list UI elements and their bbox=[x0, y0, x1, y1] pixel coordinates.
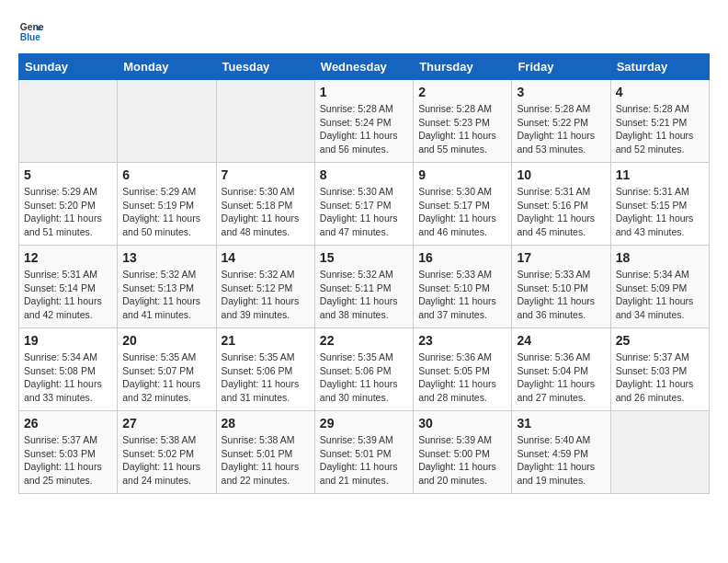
day-info: Sunrise: 5:29 AMSunset: 5:19 PMDaylight:… bbox=[122, 185, 210, 239]
calendar-cell: 25Sunrise: 5:37 AMSunset: 5:03 PMDayligh… bbox=[610, 328, 709, 411]
calendar-cell: 2Sunrise: 5:28 AMSunset: 5:23 PMDaylight… bbox=[414, 80, 512, 163]
day-info: Sunrise: 5:36 AMSunset: 5:04 PMDaylight:… bbox=[517, 350, 605, 405]
svg-text:Blue: Blue bbox=[20, 32, 41, 42]
weekday-header-tuesday: Tuesday bbox=[216, 54, 314, 80]
day-number: 28 bbox=[222, 416, 310, 431]
page-header: General Blue bbox=[18, 18, 710, 44]
day-info: Sunrise: 5:37 AMSunset: 5:03 PMDaylight:… bbox=[24, 433, 112, 488]
day-number: 23 bbox=[418, 333, 506, 348]
day-info: Sunrise: 5:30 AMSunset: 5:17 PMDaylight:… bbox=[418, 185, 506, 239]
day-info: Sunrise: 5:38 AMSunset: 5:01 PMDaylight:… bbox=[222, 433, 310, 488]
day-number: 7 bbox=[222, 167, 310, 182]
calendar-cell: 12Sunrise: 5:31 AMSunset: 5:14 PMDayligh… bbox=[19, 246, 118, 328]
day-number: 11 bbox=[616, 167, 704, 182]
day-info: Sunrise: 5:32 AMSunset: 5:12 PMDaylight:… bbox=[222, 268, 310, 322]
day-info: Sunrise: 5:32 AMSunset: 5:11 PMDaylight:… bbox=[320, 268, 408, 322]
calendar-cell bbox=[216, 80, 314, 163]
day-info: Sunrise: 5:35 AMSunset: 5:06 PMDaylight:… bbox=[222, 350, 310, 405]
day-number: 22 bbox=[320, 333, 408, 348]
weekday-header-friday: Friday bbox=[512, 54, 610, 80]
day-info: Sunrise: 5:37 AMSunset: 5:03 PMDaylight:… bbox=[616, 350, 704, 405]
calendar-cell: 26Sunrise: 5:37 AMSunset: 5:03 PMDayligh… bbox=[19, 411, 118, 494]
calendar-week-1: 1Sunrise: 5:28 AMSunset: 5:24 PMDaylight… bbox=[19, 80, 710, 163]
day-number: 18 bbox=[616, 250, 704, 265]
calendar-cell: 13Sunrise: 5:32 AMSunset: 5:13 PMDayligh… bbox=[118, 246, 216, 328]
day-info: Sunrise: 5:30 AMSunset: 5:17 PMDaylight:… bbox=[320, 185, 408, 239]
day-number: 4 bbox=[616, 85, 704, 99]
calendar-week-5: 26Sunrise: 5:37 AMSunset: 5:03 PMDayligh… bbox=[19, 411, 710, 494]
day-number: 31 bbox=[517, 416, 605, 431]
day-number: 2 bbox=[418, 85, 506, 99]
day-number: 27 bbox=[122, 416, 210, 431]
day-number: 15 bbox=[320, 250, 408, 265]
day-number: 19 bbox=[24, 333, 112, 348]
day-number: 13 bbox=[122, 250, 210, 265]
day-info: Sunrise: 5:39 AMSunset: 5:00 PMDaylight:… bbox=[418, 433, 506, 488]
calendar-cell: 8Sunrise: 5:30 AMSunset: 5:17 PMDaylight… bbox=[314, 163, 413, 246]
calendar-cell: 27Sunrise: 5:38 AMSunset: 5:02 PMDayligh… bbox=[118, 411, 216, 494]
day-info: Sunrise: 5:29 AMSunset: 5:20 PMDaylight:… bbox=[24, 185, 112, 239]
day-info: Sunrise: 5:30 AMSunset: 5:18 PMDaylight:… bbox=[222, 185, 310, 239]
day-number: 17 bbox=[517, 250, 605, 265]
logo: General Blue bbox=[18, 18, 44, 44]
day-number: 30 bbox=[418, 416, 506, 431]
day-number: 21 bbox=[222, 333, 310, 348]
day-info: Sunrise: 5:38 AMSunset: 5:02 PMDaylight:… bbox=[122, 433, 210, 488]
day-number: 14 bbox=[222, 250, 310, 265]
day-info: Sunrise: 5:39 AMSunset: 5:01 PMDaylight:… bbox=[320, 433, 408, 488]
calendar-cell: 30Sunrise: 5:39 AMSunset: 5:00 PMDayligh… bbox=[414, 411, 512, 494]
calendar-cell: 4Sunrise: 5:28 AMSunset: 5:21 PMDaylight… bbox=[610, 80, 709, 163]
day-number: 1 bbox=[320, 85, 408, 99]
day-number: 3 bbox=[517, 85, 605, 99]
day-info: Sunrise: 5:40 AMSunset: 4:59 PMDaylight:… bbox=[517, 433, 605, 488]
calendar-week-3: 12Sunrise: 5:31 AMSunset: 5:14 PMDayligh… bbox=[19, 246, 710, 328]
calendar-cell: 5Sunrise: 5:29 AMSunset: 5:20 PMDaylight… bbox=[19, 163, 118, 246]
calendar-cell: 18Sunrise: 5:34 AMSunset: 5:09 PMDayligh… bbox=[610, 246, 709, 328]
day-number: 26 bbox=[24, 416, 112, 431]
weekday-header-saturday: Saturday bbox=[610, 54, 709, 80]
day-number: 10 bbox=[517, 167, 605, 182]
day-info: Sunrise: 5:31 AMSunset: 5:16 PMDaylight:… bbox=[517, 185, 605, 239]
day-number: 5 bbox=[24, 167, 112, 182]
calendar-cell bbox=[610, 411, 709, 494]
calendar-cell: 17Sunrise: 5:33 AMSunset: 5:10 PMDayligh… bbox=[512, 246, 610, 328]
calendar-cell: 31Sunrise: 5:40 AMSunset: 4:59 PMDayligh… bbox=[512, 411, 610, 494]
day-info: Sunrise: 5:32 AMSunset: 5:13 PMDaylight:… bbox=[122, 268, 210, 322]
calendar-cell: 20Sunrise: 5:35 AMSunset: 5:07 PMDayligh… bbox=[118, 328, 216, 411]
calendar-cell: 7Sunrise: 5:30 AMSunset: 5:18 PMDaylight… bbox=[216, 163, 314, 246]
calendar-cell: 15Sunrise: 5:32 AMSunset: 5:11 PMDayligh… bbox=[314, 246, 413, 328]
calendar-week-2: 5Sunrise: 5:29 AMSunset: 5:20 PMDaylight… bbox=[19, 163, 710, 246]
svg-text:General: General bbox=[20, 22, 44, 32]
day-info: Sunrise: 5:28 AMSunset: 5:24 PMDaylight:… bbox=[320, 102, 408, 156]
calendar-cell: 21Sunrise: 5:35 AMSunset: 5:06 PMDayligh… bbox=[216, 328, 314, 411]
day-number: 24 bbox=[517, 333, 605, 348]
weekday-header-wednesday: Wednesday bbox=[314, 54, 413, 80]
calendar-cell: 24Sunrise: 5:36 AMSunset: 5:04 PMDayligh… bbox=[512, 328, 610, 411]
calendar-cell bbox=[19, 80, 118, 163]
calendar-cell: 9Sunrise: 5:30 AMSunset: 5:17 PMDaylight… bbox=[414, 163, 512, 246]
calendar-cell: 1Sunrise: 5:28 AMSunset: 5:24 PMDaylight… bbox=[314, 80, 413, 163]
calendar-cell: 28Sunrise: 5:38 AMSunset: 5:01 PMDayligh… bbox=[216, 411, 314, 494]
day-number: 16 bbox=[418, 250, 506, 265]
day-number: 25 bbox=[616, 333, 704, 348]
day-info: Sunrise: 5:36 AMSunset: 5:05 PMDaylight:… bbox=[418, 350, 506, 405]
day-info: Sunrise: 5:34 AMSunset: 5:08 PMDaylight:… bbox=[24, 350, 112, 405]
calendar-cell: 16Sunrise: 5:33 AMSunset: 5:10 PMDayligh… bbox=[414, 246, 512, 328]
day-number: 6 bbox=[122, 167, 210, 182]
calendar-cell: 23Sunrise: 5:36 AMSunset: 5:05 PMDayligh… bbox=[414, 328, 512, 411]
day-info: Sunrise: 5:28 AMSunset: 5:21 PMDaylight:… bbox=[616, 102, 704, 156]
weekday-header-thursday: Thursday bbox=[414, 54, 512, 80]
calendar-cell: 19Sunrise: 5:34 AMSunset: 5:08 PMDayligh… bbox=[19, 328, 118, 411]
day-info: Sunrise: 5:35 AMSunset: 5:07 PMDaylight:… bbox=[122, 350, 210, 405]
day-info: Sunrise: 5:34 AMSunset: 5:09 PMDaylight:… bbox=[616, 268, 704, 322]
calendar-cell: 11Sunrise: 5:31 AMSunset: 5:15 PMDayligh… bbox=[610, 163, 709, 246]
weekday-header-monday: Monday bbox=[118, 54, 216, 80]
day-number: 9 bbox=[418, 167, 506, 182]
day-info: Sunrise: 5:31 AMSunset: 5:14 PMDaylight:… bbox=[24, 268, 112, 322]
calendar-cell bbox=[118, 80, 216, 163]
day-number: 8 bbox=[320, 167, 408, 182]
calendar-cell: 3Sunrise: 5:28 AMSunset: 5:22 PMDaylight… bbox=[512, 80, 610, 163]
day-number: 29 bbox=[320, 416, 408, 431]
calendar-week-4: 19Sunrise: 5:34 AMSunset: 5:08 PMDayligh… bbox=[19, 328, 710, 411]
day-info: Sunrise: 5:35 AMSunset: 5:06 PMDaylight:… bbox=[320, 350, 408, 405]
